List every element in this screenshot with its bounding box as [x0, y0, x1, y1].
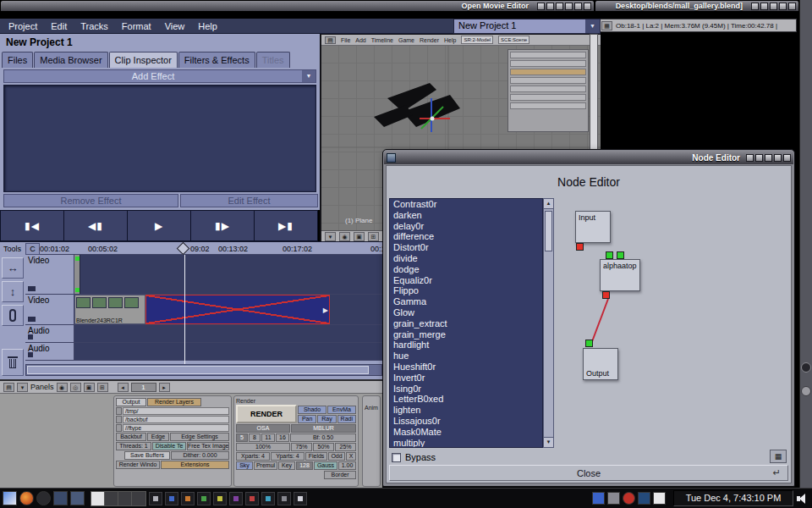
panel-row[interactable] [510, 69, 586, 75]
titlebar-node-editor[interactable]: Node Editor [384, 151, 793, 164]
extensions-toggle[interactable]: Extensions [161, 461, 229, 469]
track-header[interactable]: Audio [25, 325, 74, 342]
shading-buttons-icon[interactable]: ▣ [84, 383, 95, 392]
disable-tex-toggle[interactable]: Disable Te [152, 442, 186, 450]
panel-row[interactable] [510, 77, 586, 84]
taskbar-window-button[interactable] [261, 492, 275, 505]
tab-media-browser[interactable]: Media Browser [34, 52, 107, 68]
edge-toggle[interactable]: Edge [147, 433, 169, 441]
editing-buttons-icon[interactable]: ⊞ [97, 383, 108, 392]
menu-render[interactable]: Render [420, 37, 439, 43]
effect-list-item[interactable]: hue [390, 351, 542, 362]
file-browse-button[interactable] [116, 407, 122, 415]
save-buffers-toggle[interactable]: Save Buffers [124, 451, 170, 460]
pager-desktop-3[interactable] [118, 492, 132, 505]
titlebar-button[interactable] [537, 3, 545, 10]
ftype-path-field[interactable]: //ftype [123, 424, 229, 432]
mode-icon[interactable]: ▾ [325, 232, 336, 241]
play-button[interactable]: ▶ [128, 211, 190, 240]
clip-end-arrow-icon[interactable]: ▶ [323, 306, 328, 313]
move-tool-button[interactable]: ↔ [2, 257, 24, 279]
close-button[interactable]: Close ↵ [389, 465, 788, 481]
effect-list[interactable] [3, 85, 316, 192]
node-graph-canvas[interactable]: Input alphaatop Output [554, 198, 788, 448]
scene-selector[interactable]: SCE:Scene [498, 36, 529, 44]
taskbar-window-button[interactable] [181, 492, 195, 505]
premul-toggle[interactable]: Premul [254, 461, 277, 470]
osa-toggle[interactable]: OSA [236, 424, 290, 433]
size-50-button[interactable]: 50% [313, 443, 334, 451]
scrollbar-thumb[interactable] [27, 366, 369, 374]
osa-16-button[interactable]: 16 [276, 433, 289, 442]
key-value-field[interactable]: 128 [296, 461, 313, 470]
taskbar-window-button[interactable] [197, 492, 211, 505]
menu-tracks[interactable]: Tracks [80, 21, 108, 31]
effect-list-item[interactable]: darken [390, 210, 542, 221]
panel-layout-icon[interactable]: ▤ [3, 383, 14, 392]
odd-toggle[interactable]: Odd [328, 452, 345, 461]
track-lane[interactable] [74, 255, 382, 294]
tray-icon[interactable] [592, 492, 605, 505]
track-header[interactable]: Video [25, 295, 74, 324]
effect-list-item[interactable]: Hueshift0r [390, 362, 542, 373]
scene-buttons-icon[interactable]: ◉ [57, 383, 68, 392]
tray-icon[interactable] [653, 492, 666, 505]
titlebar-button[interactable] [755, 154, 763, 162]
clip-tool-button[interactable] [2, 305, 24, 326]
pivot-icon[interactable]: ▣ [354, 232, 365, 241]
render-window-select[interactable]: Render Windo [116, 461, 160, 469]
taskbar-window-button[interactable] [245, 492, 259, 505]
effect-list-item[interactable]: hardlight [390, 340, 542, 351]
effect-list-item[interactable]: multiply [390, 438, 542, 448]
frame-increment-button[interactable]: ▸ [159, 383, 170, 392]
scroll-down-icon[interactable]: ▼ [544, 437, 553, 447]
tab-anim[interactable]: Anim [365, 405, 378, 411]
titlebar-minimize-button[interactable] [765, 154, 772, 162]
timeline-ruler[interactable]: 00:01:02 00:05:02 09:02 00:13:02 00:17:0… [40, 242, 382, 255]
titlebar-button[interactable] [546, 3, 554, 10]
timeline-clip[interactable] [74, 255, 80, 294]
titlebar-close-button[interactable] [783, 154, 791, 162]
scrollbar-thumb[interactable] [545, 211, 552, 251]
mblur-toggle[interactable]: MBLUR [291, 424, 356, 433]
frame-number-field[interactable]: 1 [131, 383, 156, 392]
gauss-toggle[interactable]: Gauss [314, 461, 337, 470]
size-75-button[interactable]: 75% [291, 443, 312, 451]
titlebar-minimize-button[interactable] [565, 3, 573, 10]
backbuf-toggle[interactable]: Backbuf [116, 433, 146, 441]
track-lane[interactable] [74, 325, 382, 342]
chevron-down-icon[interactable]: ▼ [302, 70, 315, 82]
desktop-pager[interactable] [91, 491, 146, 506]
screen-selector[interactable]: SR:2-Model [461, 36, 493, 44]
titlebar-maximize-button[interactable] [774, 154, 782, 162]
pager-desktop-2[interactable] [105, 492, 118, 505]
x-toggle[interactable]: X [346, 452, 356, 461]
panel-row[interactable] [510, 94, 586, 101]
dock-icon[interactable] [801, 386, 811, 396]
radi-toggle[interactable]: Radi [337, 415, 356, 423]
effect-list-item[interactable]: Contrast0r [390, 199, 542, 210]
track-header[interactable]: Video [25, 255, 74, 294]
panel-row[interactable] [510, 102, 586, 109]
menu-project[interactable]: Project [8, 21, 37, 31]
dither-field[interactable]: Dither: 0.000 [171, 451, 229, 460]
menu-help[interactable]: Help [444, 37, 456, 43]
osa-5-button[interactable]: 5 [236, 433, 248, 442]
dock-icon[interactable] [801, 362, 811, 373]
tray-icon[interactable] [623, 492, 635, 505]
playhead-marker[interactable] [177, 242, 190, 256]
effect-list-item[interactable]: dodge [390, 264, 542, 275]
gauss-value-slider[interactable]: 1.00 [338, 461, 356, 470]
viewport-menu-icon[interactable]: ▤ [325, 36, 336, 44]
file-browse-button[interactable] [116, 416, 122, 423]
menu-timeline[interactable]: Timeline [371, 37, 393, 43]
snap-mode-select[interactable]: C [25, 243, 40, 255]
tab-clip-inspector[interactable]: Clip Inspector [109, 52, 178, 68]
tray-icon[interactable] [638, 492, 650, 505]
effect-node[interactable]: alphaatop [600, 259, 640, 291]
previous-frame-button[interactable]: ◀▮ [64, 211, 127, 240]
osa-8-button[interactable]: 8 [249, 433, 261, 442]
threads-field[interactable]: Threads: 1 [116, 442, 151, 450]
effect-list-item[interactable]: divide [390, 253, 542, 264]
pager-desktop-4[interactable] [132, 492, 145, 505]
